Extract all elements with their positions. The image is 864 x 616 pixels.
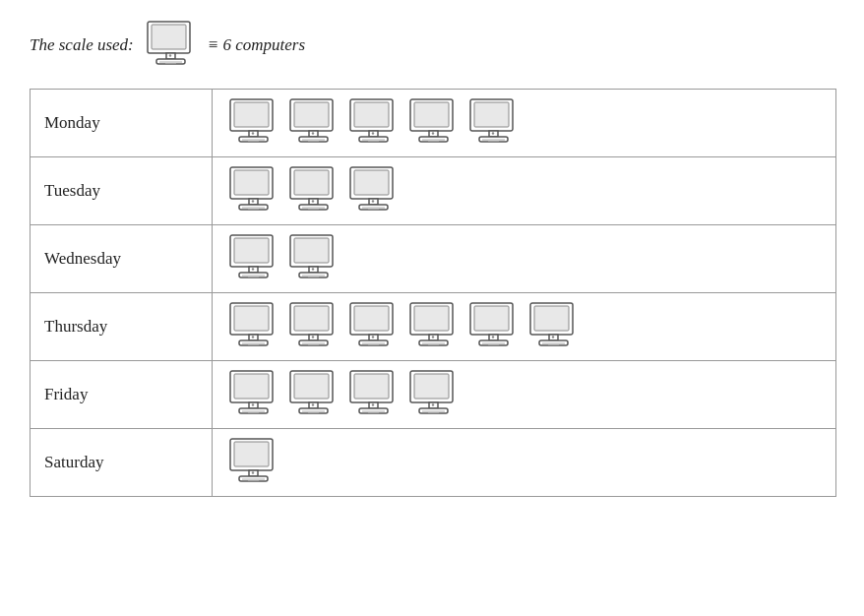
computer-icon (226, 97, 280, 149)
day-label: Tuesday (31, 157, 213, 225)
computer-icon (226, 165, 280, 216)
day-label: Friday (31, 361, 213, 429)
computer-icon (286, 369, 340, 420)
computer-icon (226, 233, 280, 284)
table-row: Saturday (31, 429, 836, 497)
icons-cell (213, 225, 836, 293)
computer-icon (406, 97, 461, 149)
computer-icon (406, 301, 461, 352)
computer-icon (286, 301, 340, 352)
computer-icon (466, 97, 521, 149)
computer-icon (286, 233, 340, 284)
computer-icon (346, 369, 401, 420)
computer-icon (346, 97, 401, 149)
table-row: Wednesday (31, 225, 836, 293)
table-row: Friday (31, 361, 836, 429)
scale-label-after: ≡ 6 computers (208, 35, 305, 55)
computer-icon (466, 301, 521, 352)
table-row: Thursday (31, 293, 836, 361)
computer-icon (406, 369, 461, 420)
icons-cell (213, 90, 836, 157)
day-label: Thursday (31, 293, 213, 361)
day-label: Saturday (31, 429, 213, 497)
scale-label-before: The scale used: (30, 35, 134, 55)
computer-icon (226, 301, 280, 352)
icons-cell (213, 293, 836, 361)
pictograph-table: MondayTuesdayWednesdayThursdayFridaySatu… (30, 89, 836, 497)
table-row: Monday (31, 90, 836, 157)
computer-icon (286, 165, 340, 216)
table-row: Tuesday (31, 157, 836, 225)
day-label: Monday (31, 90, 213, 157)
scale-computer-icon (144, 20, 198, 71)
computer-icon (226, 437, 280, 488)
computer-icon (346, 301, 401, 352)
icons-cell (213, 361, 836, 429)
computer-icon (226, 369, 280, 420)
computer-icon (526, 301, 581, 352)
computer-icon (346, 165, 401, 216)
scale-legend: The scale used: ≡ 6 computers (30, 20, 834, 71)
icons-cell (213, 157, 836, 225)
computer-icon (286, 97, 340, 149)
icons-cell (213, 429, 836, 497)
day-label: Wednesday (31, 225, 213, 293)
